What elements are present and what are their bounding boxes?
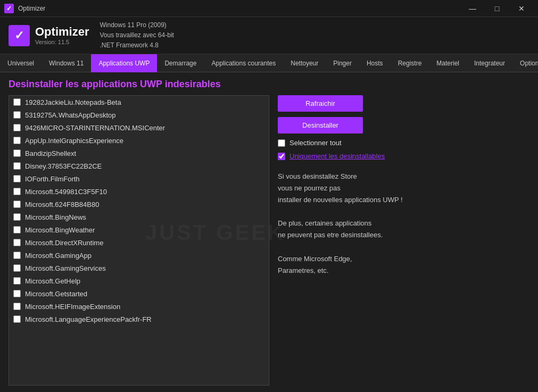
app-checkbox[interactable] — [13, 213, 21, 221]
app-name-label: 19282JackieLiu.Notepads-Beta — [25, 98, 121, 106]
tab-materiel[interactable]: Materiel — [429, 54, 467, 72]
tab-windows11[interactable]: Windows 11 — [42, 54, 91, 72]
system-info-line2: Vous travaillez avec 64-bit — [100, 30, 173, 40]
refresh-button[interactable]: Rafraichir — [278, 95, 363, 112]
main-content: Desinstaller les applications UWP indesi… — [0, 72, 538, 392]
list-item[interactable]: 19282JackieLiu.Notepads-Beta — [9, 96, 269, 109]
title-bar-controls: — □ ✕ — [460, 0, 534, 17]
app-checkbox[interactable] — [13, 290, 21, 297]
section-title: Desinstaller les applications UWP indesi… — [9, 79, 529, 90]
list-item[interactable]: Microsoft.Getstarted — [9, 287, 269, 300]
list-item[interactable]: IOForth.FilmForth — [9, 172, 269, 185]
select-all-label: Selectionner tout — [289, 139, 342, 147]
list-item[interactable]: Microsoft.LanguageExperiencePackfr-FR — [9, 313, 269, 326]
logo-text-group: Optimizer Version: 11.5 — [35, 26, 89, 45]
tab-options[interactable]: Options — [512, 54, 538, 72]
list-item[interactable]: 5319275A.WhatsAppDesktop — [9, 109, 269, 121]
info-line3: installer de nouvelles applications UWP … — [278, 194, 529, 206]
list-item[interactable]: Microsoft.624F8B84B80 — [9, 198, 269, 211]
info-line6: ne peuvent pas etre desinstallees. — [278, 229, 529, 241]
system-info-line3: .NET Framework 4.8 — [100, 40, 173, 51]
tab-universel[interactable]: Universel — [0, 54, 42, 72]
tab-nettoyeur[interactable]: Nettoyeur — [283, 54, 326, 72]
list-item[interactable]: Microsoft.BingNews — [9, 211, 269, 223]
list-item[interactable]: Microsoft.HEIFImageExtension — [9, 300, 269, 313]
app-name-label: Microsoft.Getstarted — [25, 290, 87, 298]
content-area: 19282JackieLiu.Notepads-Beta5319275A.Wha… — [9, 95, 529, 386]
uninstall-button[interactable]: Desinstaller — [278, 117, 363, 134]
list-item[interactable]: AppUp.IntelGraphicsExperience — [9, 134, 269, 147]
list-item[interactable]: Microsoft.549981C3F5F10 — [9, 185, 269, 198]
app-checkbox[interactable] — [13, 162, 21, 170]
app-name-label: Microsoft.GamingApp — [25, 252, 92, 260]
app-name-label: 5319275A.WhatsAppDesktop — [25, 111, 116, 119]
list-item[interactable]: 9426MICRO-STARINTERNATION.MSICenter — [9, 121, 269, 134]
maximize-button[interactable]: □ — [485, 0, 509, 17]
tab-demarrage[interactable]: Demarrage — [157, 54, 204, 72]
title-bar-title: Optimizer — [18, 5, 45, 12]
app-checkbox[interactable] — [13, 226, 21, 233]
app-name-label: Microsoft.LanguageExperiencePackfr-FR — [25, 315, 152, 323]
app-list[interactable]: 19282JackieLiu.Notepads-Beta5319275A.Wha… — [9, 95, 269, 386]
app-checkbox[interactable] — [13, 252, 21, 259]
tab-applications-uwp[interactable]: Applications UWP — [91, 54, 157, 72]
only-uninstallable-row: Uniquement les desinstallables — [278, 152, 529, 160]
app-name-label: Microsoft.GamingServices — [25, 264, 106, 272]
select-all-checkbox[interactable] — [278, 139, 285, 147]
minimize-button[interactable]: — — [460, 0, 485, 17]
app-checkbox[interactable] — [13, 111, 21, 119]
system-info-line1: Windows 11 Pro (2009) — [100, 20, 173, 30]
info-text: Si vous desinstallez Store vous ne pourr… — [278, 171, 529, 277]
app-name-label: Microsoft.BingWeather — [25, 226, 95, 234]
tab-applications-courantes[interactable]: Applications courantes — [204, 54, 283, 72]
app-checkbox[interactable] — [13, 201, 21, 208]
app-name-label: AppUp.IntelGraphicsExperience — [25, 137, 123, 145]
tab-hosts[interactable]: Hosts — [359, 54, 391, 72]
app-checkbox[interactable] — [13, 137, 21, 144]
nav-tabs: UniverselWindows 11Applications UWPDemar… — [0, 54, 538, 72]
app-checkbox[interactable] — [13, 264, 21, 272]
list-item[interactable]: Microsoft.GamingApp — [9, 249, 269, 262]
app-checkbox[interactable] — [13, 239, 21, 246]
app-checkbox[interactable] — [13, 315, 21, 323]
info-line5: De plus, certaines applications — [278, 218, 529, 229]
info-line2: vous ne pourrez pas — [278, 182, 529, 194]
app-name-label: IOForth.FilmForth — [25, 175, 80, 183]
list-item[interactable]: Microsoft.GamingServices — [9, 262, 269, 274]
list-item[interactable]: Disney.37853FC22B2CE — [9, 160, 269, 172]
app-checkbox[interactable] — [13, 277, 21, 285]
info-line9: Parametres, etc. — [278, 265, 529, 277]
right-panel: Rafraichir Desinstaller Selectionner tou… — [278, 95, 529, 386]
app-checkbox[interactable] — [13, 98, 21, 106]
app-checkbox[interactable] — [13, 175, 21, 182]
app-checkbox[interactable] — [13, 124, 21, 131]
list-item[interactable]: Microsoft.BingWeather — [9, 223, 269, 236]
app-name-label: Microsoft.624F8B84B80 — [25, 201, 99, 208]
info-line8: Comme Microsoft Edge, — [278, 253, 529, 265]
app-name-label: 9426MICRO-STARINTERNATION.MSICenter — [25, 124, 165, 132]
app-name: Optimizer — [35, 26, 89, 38]
only-uninstallable-label[interactable]: Uniquement les desinstallables — [289, 152, 385, 160]
tab-registre[interactable]: Registre — [391, 54, 429, 72]
title-bar-icon: ✓ — [4, 4, 14, 13]
tab-pinger[interactable]: Pinger — [326, 54, 359, 72]
select-all-row: Selectionner tout — [278, 139, 529, 147]
app-name-label: Microsoft.GetHelp — [25, 277, 80, 285]
app-name-label: Disney.37853FC22B2CE — [25, 162, 102, 170]
app-checkbox[interactable] — [13, 149, 21, 157]
system-info: Windows 11 Pro (2009) Vous travaillez av… — [100, 20, 173, 51]
app-name-label: Microsoft.549981C3F5F10 — [25, 188, 107, 196]
only-uninstallable-checkbox[interactable] — [278, 153, 285, 160]
app-checkbox[interactable] — [13, 303, 21, 310]
list-item[interactable]: BandizipShellext — [9, 147, 269, 160]
close-button[interactable]: ✕ — [509, 0, 534, 17]
tab-integrateur[interactable]: Integrateur — [467, 54, 512, 72]
list-item[interactable]: Microsoft.GetHelp — [9, 274, 269, 287]
title-bar-left: ✓ Optimizer — [4, 4, 45, 13]
app-name-label: Microsoft.DirectXRuntime — [25, 239, 103, 247]
list-item[interactable]: Microsoft.DirectXRuntime — [9, 236, 269, 249]
app-name-label: Microsoft.BingNews — [25, 213, 86, 221]
app-checkbox[interactable] — [13, 188, 21, 195]
app-logo: ✓ Optimizer Version: 11.5 — [9, 25, 89, 46]
logo-icon: ✓ — [9, 25, 30, 46]
